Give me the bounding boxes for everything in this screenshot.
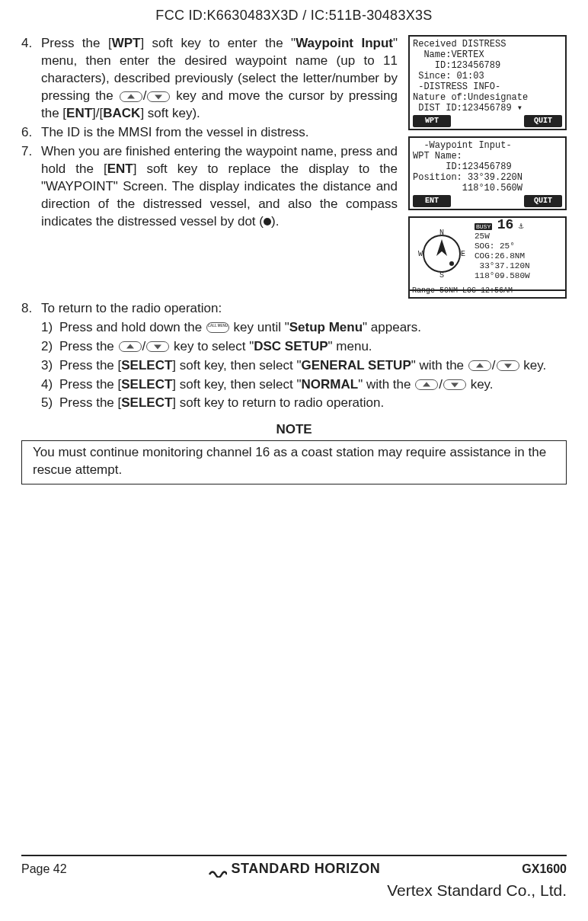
- lcd-line: Received DISTRESS: [413, 39, 562, 50]
- lcd-line: SOG: 25°: [475, 241, 515, 251]
- softkey-quit: QUIT: [524, 195, 562, 207]
- lcd-line: DIST ID:123456789 ▾: [413, 103, 562, 114]
- substep-number: 1): [41, 319, 59, 337]
- dot-icon: [264, 218, 271, 225]
- step-4: 4. Press the [WPT] soft key to enter the…: [21, 35, 398, 123]
- svg-text:N: N: [439, 229, 444, 237]
- substep-1: 1) Press and hold down the key until "Se…: [41, 319, 567, 337]
- text: " with the: [358, 377, 414, 392]
- select-key-label: SELECT: [121, 377, 172, 392]
- substep-number: 5): [41, 395, 59, 412]
- down-key-icon: [443, 379, 466, 390]
- wpt-key-label: WPT: [112, 36, 141, 50]
- text: Press the: [59, 339, 118, 353]
- lcd-line: -Waypoint Input-: [413, 140, 562, 151]
- text: " with the: [411, 358, 468, 373]
- menu-name: NORMAL: [302, 377, 359, 392]
- lcd-line: Since: 01:03: [413, 71, 562, 82]
- step-body: Press the [WPT] soft key to enter the "W…: [41, 35, 398, 123]
- brand-logo: STANDARD HORIZON: [209, 859, 381, 878]
- text: Press the [: [41, 36, 112, 50]
- text: Press and hold down the: [59, 320, 206, 334]
- text: Press the [: [59, 395, 121, 410]
- select-key-label: SELECT: [121, 358, 172, 373]
- compass-info: BUSY 16 ⚓ 25W SOG: 25° COG:26.8NM 33°37.…: [471, 220, 563, 287]
- substep-number: 2): [41, 338, 59, 356]
- substep-body: Press the [SELECT] soft key, then select…: [59, 376, 567, 394]
- lcd-line: COG:26.8NM: [475, 251, 525, 261]
- call-menu-key-icon: [206, 322, 229, 333]
- model-number: GX1600: [522, 861, 567, 878]
- lcd-screen-distress: Received DISTRESS Name:VERTEX ID:1234567…: [408, 35, 567, 130]
- lcd-line: ID:123456789: [413, 161, 562, 172]
- lcd-line: 118°09.580W: [475, 271, 530, 280]
- text: key.: [467, 377, 494, 392]
- note-title: NOTE: [21, 421, 567, 439]
- text: " menu.: [328, 339, 372, 353]
- text: ] soft key to enter the ": [140, 36, 296, 50]
- up-key-icon: [415, 379, 438, 390]
- up-key-icon: [120, 91, 142, 102]
- text: ] soft key, then select ": [172, 377, 301, 392]
- step-7: 7. When you are finished entering the wa…: [21, 143, 398, 231]
- compass-icon: N S W E: [417, 229, 467, 279]
- vertex-credit: Vertex Standard Co., Ltd.: [21, 880, 567, 901]
- substep-4: 4) Press the [SELECT] soft key, then sel…: [41, 376, 567, 394]
- menu-name: Setup Menu: [289, 320, 363, 334]
- menu-name: Waypoint Input: [296, 36, 393, 50]
- screens-column: Received DISTRESS Name:VERTEX ID:1234567…: [408, 35, 567, 299]
- text: key to select ": [170, 339, 254, 353]
- step-8: 8. To return to the radio operation:: [21, 300, 567, 318]
- instruction-column: 4. Press the [WPT] soft key to enter the…: [21, 35, 401, 299]
- substep-body: Press the / key to select "DSC SETUP" me…: [59, 338, 567, 356]
- substep-body: Press the [SELECT] soft key, then select…: [59, 357, 567, 375]
- lcd-line: WPT Name:: [413, 151, 562, 161]
- substep-number: 3): [41, 357, 59, 375]
- step-6: 6. The ID is the MMSI from the vessel in…: [21, 124, 398, 142]
- step-number: 6.: [21, 124, 41, 142]
- substep-5: 5) Press the [SELECT] soft key to return…: [41, 395, 567, 412]
- step-number: 4.: [21, 35, 41, 123]
- step-body: When you are finished entering the waypo…: [41, 143, 398, 231]
- menu-name: DSC SETUP: [254, 339, 328, 353]
- substep-2: 2) Press the / key to select "DSC SETUP"…: [41, 338, 567, 356]
- softkey-ent: ENT: [413, 195, 451, 207]
- text: Press the [: [59, 358, 121, 373]
- note-box: You must continue monitoring channel 16 …: [21, 440, 567, 484]
- power-level: 25W: [475, 232, 490, 241]
- back-key-label: BACK: [103, 106, 140, 120]
- substep-body: Press and hold down the key until "Setup…: [59, 319, 567, 337]
- lcd-line: 33°37.120N: [475, 261, 530, 270]
- page-number: Page 42: [21, 861, 67, 878]
- brand-text: STANDARD HORIZON: [232, 859, 381, 878]
- footer-rule: [21, 855, 567, 856]
- channel-number: 16: [497, 217, 514, 232]
- substep-number: 4): [41, 376, 59, 394]
- text: ] soft key).: [140, 106, 200, 120]
- lcd-screen-compass: N S W E BUSY 16 ⚓ 25W SOG: 25° COG:26.8N…: [408, 216, 567, 291]
- lcd-line: ID:123456789: [413, 60, 562, 71]
- fcc-id-header: FCC ID:K6630483X3D / IC:511B-30483X3S: [21, 6, 567, 24]
- lcd-screen-waypoint-input: -Waypoint Input- WPT Name: ID:123456789 …: [408, 136, 567, 210]
- svg-text:S: S: [439, 271, 444, 279]
- up-key-icon: [119, 341, 142, 352]
- text: ]/[: [92, 106, 103, 120]
- text: Press the [: [59, 377, 121, 392]
- substep-body: Press the [SELECT] soft key to return to…: [59, 395, 567, 412]
- ent-key-label: ENT: [66, 106, 92, 120]
- svg-text:E: E: [461, 250, 465, 258]
- text: " appears.: [363, 320, 421, 334]
- wave-icon: [209, 864, 227, 875]
- text: ] soft key to return to radio operation.: [172, 395, 384, 410]
- softkey-quit: QUIT: [524, 115, 562, 127]
- lcd-line: -DISTRESS INFO-: [413, 82, 562, 92]
- lcd-line: Position: 33°39.220N: [413, 172, 562, 183]
- text: ] soft key, then select ": [172, 358, 301, 373]
- down-key-icon: [147, 91, 170, 102]
- lcd-line: 118°10.560W: [413, 183, 562, 193]
- substep-3: 3) Press the [SELECT] soft key, then sel…: [41, 357, 567, 375]
- down-key-icon: [146, 341, 169, 352]
- step-number: 8.: [21, 300, 41, 318]
- page-footer: Page 42 STANDARD HORIZON GX1600 Vertex S…: [21, 855, 567, 901]
- svg-marker-5: [436, 239, 447, 256]
